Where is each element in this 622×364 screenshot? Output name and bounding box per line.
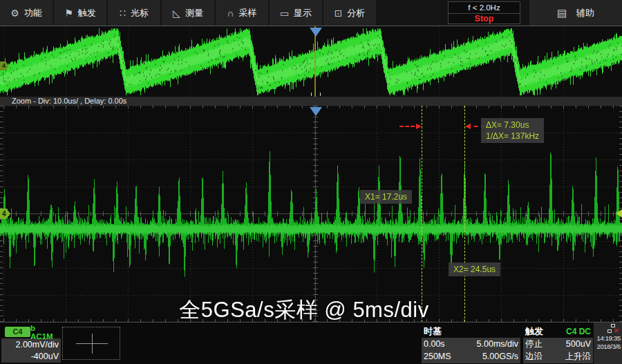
- channel-offset: -400uV: [1, 351, 59, 363]
- menu-item-analysis[interactable]: ⊡ 分析: [323, 0, 376, 26]
- trigger-slope: 上升沿: [565, 350, 592, 363]
- cursor-x1-arrow: [399, 126, 420, 127]
- menu-item-acquire[interactable]: ∩ 采样: [216, 0, 268, 26]
- menu-item-utility[interactable]: ▤ 辅助: [529, 0, 622, 26]
- cursor-x1-line[interactable]: [422, 106, 422, 322]
- inverse-delta-x-value: 1/ΔX= 137kHz: [486, 131, 539, 142]
- zoom-info-bar: Zoom - Div: 10.0us/ , Delay: 0.00s: [0, 97, 622, 106]
- menu-label: 触发: [78, 7, 96, 19]
- cursor-delta-readout: ΔX= 7.30us 1/ΔX= 137kHz: [481, 118, 544, 143]
- menu-item-cursor[interactable]: ∷ 光标: [108, 0, 160, 26]
- menu-label: 功能: [24, 7, 42, 19]
- trigger-mode: 停止: [525, 338, 543, 350]
- timebase-panel[interactable]: 时基 0.00s 5.00ms/div 250MS 5.00GS/s: [422, 325, 520, 363]
- trigger-frequency: f < 2.0Hz: [449, 2, 520, 13]
- trigger-source: C4 DC: [566, 327, 591, 336]
- trigger-title: 触发: [525, 325, 543, 338]
- memory-depth: 250MS: [424, 350, 451, 363]
- menu-bar: ⚙ 功能 ⚑ 触发 ∷ 光标 ◺ 测量 ∩ 采样 ▭ 显示 ⊡ 分析 f < 2…: [0, 0, 622, 26]
- main-waveform-area[interactable]: ΔX= 7.30us 1/ΔX= 137kHz X1= 17.2us X2= 2…: [0, 106, 622, 322]
- channel-badge: C4: [5, 327, 30, 337]
- channel-scale: 2.00mV/div: [1, 339, 59, 351]
- menu-item-function[interactable]: ⚙ 功能: [0, 0, 53, 26]
- channel-coupling: b AC1M: [30, 324, 61, 341]
- menu-item-measure[interactable]: ◺ 测量: [162, 0, 214, 26]
- analysis-icon: ⊡: [334, 8, 343, 18]
- utility-icon: ▤: [557, 7, 567, 19]
- menu-label: 分析: [347, 7, 365, 19]
- trigger-position-indicator[interactable]: [310, 28, 322, 37]
- trigger-delay-indicator[interactable]: [310, 107, 322, 116]
- delta-x-value: ΔX= 7.30us: [486, 119, 539, 131]
- acquire-icon: ∩: [227, 8, 234, 18]
- cursor-x2-readout: X2= 24.5us: [449, 262, 500, 276]
- trigger-status-box[interactable]: f < 2.0Hz Stop: [448, 1, 520, 24]
- trigger-type: 边沿: [525, 350, 543, 363]
- trigger-level-marker[interactable]: [616, 209, 622, 218]
- acquisition-state: Stop: [449, 14, 520, 23]
- arrow-head-icon: [416, 124, 422, 129]
- trigger-panel[interactable]: 触发 C4 DC 停止 500uV 边沿 上升沿: [523, 325, 593, 363]
- sample-rate: 5.00GS/s: [482, 350, 518, 363]
- menu-label: 测量: [185, 7, 203, 19]
- clock-date: 2018/3/6: [594, 343, 621, 351]
- measure-icon: ◺: [173, 8, 180, 18]
- gear-icon: ⚙: [10, 8, 19, 18]
- cursor-grid-icon: ∷: [120, 8, 126, 18]
- arrow-head-icon: [465, 124, 471, 129]
- cursor-x1-readout: X1= 17.2us: [360, 190, 412, 204]
- lan-disconnected-icon: ✕: [607, 324, 619, 334]
- clock-panel[interactable]: ✕ 14:19:35 2018/3/6: [594, 323, 622, 364]
- menu-item-display[interactable]: ▭ 显示: [270, 0, 322, 26]
- trigger-level: 500uV: [566, 338, 591, 350]
- channel4-panel[interactable]: C4 b AC1M 2.00mV/div -400uV: [1, 325, 61, 363]
- position-preview-box[interactable]: [62, 327, 120, 360]
- timebase-title: 时基: [422, 325, 520, 338]
- menu-label: 光标: [131, 7, 149, 19]
- menu-label: 采样: [239, 7, 257, 19]
- zoom-overview-window[interactable]: 4: [0, 26, 622, 97]
- zoom-waveform-canvas: [0, 26, 622, 97]
- cursor-x2-line[interactable]: [464, 106, 465, 322]
- clock-time: 14:19:35: [594, 334, 621, 343]
- timebase-scale: 5.00ms/div: [477, 338, 518, 350]
- menu-label: 辅助: [576, 7, 594, 19]
- sample-rate-caption: 全5GSa/s采样 @ 5ms/div: [0, 296, 608, 325]
- status-bar: C4 b AC1M 2.00mV/div -400uV 时基 0.00s 5.0…: [0, 322, 622, 364]
- display-icon: ▭: [280, 8, 289, 18]
- menu-item-trigger[interactable]: ⚑ 触发: [54, 0, 106, 26]
- oscilloscope-screen: ⚙ 功能 ⚑ 触发 ∷ 光标 ◺ 测量 ∩ 采样 ▭ 显示 ⊡ 分析 f < 2…: [0, 0, 622, 364]
- crosshair-icon: [92, 334, 93, 354]
- flag-icon: ⚑: [64, 8, 73, 18]
- timebase-delay: 0.00s: [424, 338, 445, 350]
- menu-label: 显示: [294, 7, 312, 19]
